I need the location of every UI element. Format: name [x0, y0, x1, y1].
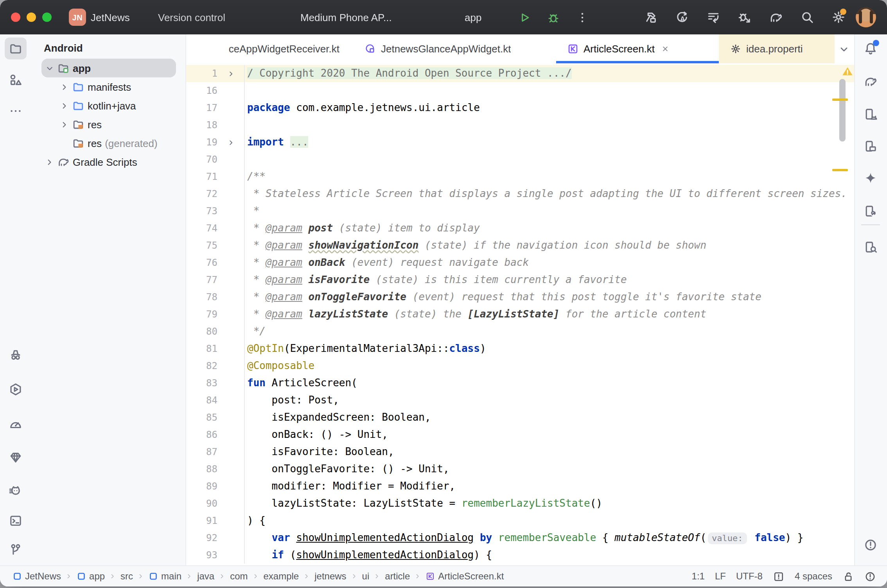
line-number[interactable]: 82 — [186, 357, 217, 375]
resource-manager-button[interactable] — [5, 69, 27, 91]
device-manager-button[interactable] — [860, 103, 882, 125]
vcs-widget[interactable]: Version control — [158, 0, 230, 34]
file-writable[interactable] — [842, 570, 854, 582]
running-devices-button[interactable] — [860, 135, 882, 157]
line-number[interactable]: 70 — [186, 151, 217, 168]
problems-button[interactable] — [860, 534, 882, 556]
code-line-80[interactable]: 80 */ — [186, 323, 855, 340]
close-window-button[interactable] — [11, 13, 20, 22]
breadcrumb-ui[interactable]: ui — [362, 571, 370, 582]
debug-button[interactable] — [544, 9, 562, 26]
chevron-right-icon[interactable] — [58, 100, 71, 111]
problems-status[interactable] — [864, 570, 876, 582]
code-line-91[interactable]: 91) { — [186, 512, 855, 529]
line-number[interactable]: 77 — [186, 271, 217, 289]
code-line-84[interactable]: 84 post: Post, — [186, 392, 855, 409]
fullscreen-window-button[interactable] — [42, 13, 52, 22]
breadcrumb-articlescreen-kt[interactable]: ArticleScreen.kt — [426, 571, 504, 582]
line-number[interactable]: 75 — [186, 237, 217, 254]
breadcrumb-app[interactable]: app — [77, 571, 105, 582]
tab-idea-properti[interactable]: idea.properti — [719, 34, 835, 63]
services-button[interactable] — [5, 378, 27, 400]
chevron-down-icon[interactable] — [43, 63, 56, 73]
app-quality-insights-button[interactable] — [5, 446, 27, 468]
line-number[interactable]: 18 — [186, 117, 217, 134]
line-number[interactable]: 76 — [186, 254, 217, 271]
warning-stripe-mark[interactable] — [832, 169, 848, 171]
line-number[interactable]: 72 — [186, 185, 217, 203]
project-tool-window-button[interactable] — [5, 38, 27, 59]
line-number[interactable]: 93 — [186, 547, 217, 564]
more-run-options-button[interactable] — [573, 9, 591, 26]
line-number[interactable]: 17 — [186, 99, 217, 117]
apply-changes-button[interactable]: A — [673, 9, 691, 26]
code-line-86[interactable]: 86 onBack: () -> Unit, — [186, 426, 855, 443]
line-number[interactable]: 91 — [186, 512, 217, 529]
run-button[interactable] — [515, 9, 533, 26]
breadcrumb-example[interactable]: example — [264, 571, 299, 582]
attach-debugger-to-process-button[interactable] — [736, 9, 753, 26]
line-number[interactable]: 84 — [186, 392, 217, 409]
code-viewport[interactable]: 1/ Copyright 2020 The Android Open Sourc… — [186, 63, 855, 566]
code-line-17[interactable]: 17package com.example.jetnews.ui.article — [186, 99, 855, 117]
build-button[interactable] — [642, 9, 659, 26]
project-view-mode-selector[interactable]: Android — [32, 34, 185, 59]
inspection-highlights[interactable] — [773, 570, 785, 582]
code-line-93[interactable]: 93 if (showUnimplementedActionDialog) { — [186, 547, 855, 564]
fold-chevron-icon[interactable] — [217, 65, 244, 82]
hidden-tabs-list-button[interactable] — [835, 39, 853, 58]
tree-item-gradle-scripts[interactable]: Gradle Scripts — [41, 152, 176, 171]
line-number[interactable]: 89 — [186, 478, 217, 495]
minimize-window-button[interactable] — [27, 13, 36, 22]
code-line-71[interactable]: 71/** — [186, 168, 855, 185]
breadcrumb-main[interactable]: main — [149, 571, 181, 582]
version-control-button[interactable] — [5, 539, 27, 561]
code-line-75[interactable]: 75 * @param showNavigationIcon (state) i… — [186, 237, 855, 254]
user-avatar[interactable] — [856, 7, 876, 27]
tree-item-res[interactable]: res(generated) — [41, 134, 176, 152]
warning-stripe-mark[interactable] — [832, 99, 848, 101]
code-line-85[interactable]: 85 isExpandedScreen: Boolean, — [186, 409, 855, 426]
tree-item-app[interactable]: app — [41, 59, 176, 77]
fold-chevron-icon[interactable] — [217, 134, 244, 151]
code-line-89[interactable]: 89 modifier: Modifier = Modifier, — [186, 478, 855, 495]
app-links-assistant-button[interactable] — [860, 200, 882, 222]
chevron-right-icon[interactable] — [58, 119, 71, 129]
tree-item-kotlin-java[interactable]: kotlin+java — [41, 96, 176, 115]
apply-code-changes-button[interactable] — [705, 9, 722, 26]
code-line-87[interactable]: 87 isFavorite: Boolean, — [186, 443, 855, 461]
breadcrumb-src[interactable]: src — [120, 571, 133, 582]
code-line-78[interactable]: 78 * @param onToggleFavorite (event) req… — [186, 289, 855, 306]
notifications-button[interactable] — [860, 38, 882, 59]
tab-ceappwidgetreceiver-kt[interactable]: ceAppWidgetReceiver.kt — [186, 34, 354, 63]
tree-item-res[interactable]: res — [41, 115, 176, 134]
breadcrumb-com[interactable]: com — [230, 571, 248, 582]
line-number[interactable]: 83 — [186, 375, 217, 392]
line-number[interactable]: 86 — [186, 426, 217, 443]
indentation[interactable]: 4 spaces — [795, 571, 832, 582]
code-line-88[interactable]: 88 onToggleFavorite: () -> Unit, — [186, 461, 855, 478]
line-separator[interactable]: LF — [715, 571, 726, 582]
caret-position[interactable]: 1:1 — [692, 571, 705, 582]
gemini-button[interactable] — [860, 167, 882, 189]
code-line-92[interactable]: 92 var showUnimplementedActionDialog by … — [186, 529, 855, 547]
code-line-72[interactable]: 72 * Stateless Article Screen that displ… — [186, 185, 855, 203]
breadcrumb-java[interactable]: java — [197, 571, 214, 582]
line-number[interactable]: 80 — [186, 323, 217, 340]
more-tool-windows-button[interactable] — [5, 100, 27, 122]
chevron-right-icon[interactable] — [58, 82, 71, 92]
code-line-19[interactable]: 19import ... — [186, 134, 855, 151]
project-widget[interactable]: JN JetNews — [69, 0, 135, 34]
code-line-90[interactable]: 90 lazyListState: LazyListState = rememb… — [186, 495, 855, 512]
line-number[interactable]: 19 — [186, 134, 217, 151]
code-line-83[interactable]: 83fun ArticleScreen( — [186, 375, 855, 392]
code-line-18[interactable]: 18 — [186, 117, 855, 134]
profiler-button[interactable] — [5, 413, 27, 435]
breadcrumb-jetnews[interactable]: JetNews — [13, 571, 61, 582]
code-line-81[interactable]: 81@OptIn(ExperimentalMaterial3Api::class… — [186, 340, 855, 357]
line-number[interactable]: 71 — [186, 168, 217, 185]
sync-project-with-gradle-button[interactable] — [767, 9, 785, 26]
code-line-1[interactable]: 1/ Copyright 2020 The Android Open Sourc… — [186, 65, 855, 82]
tab-articlescreen-kt[interactable]: ArticleScreen.kt — [556, 34, 719, 63]
line-number[interactable]: 81 — [186, 340, 217, 357]
